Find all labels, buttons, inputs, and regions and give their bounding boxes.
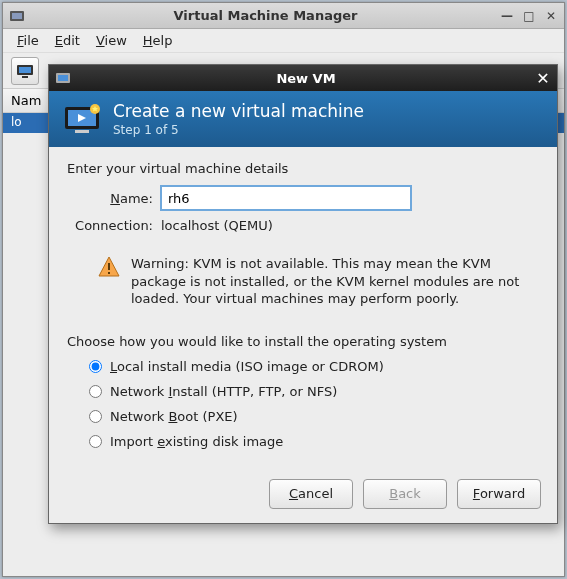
radio-network-boot[interactable]: Network Boot (PXE) <box>89 409 539 424</box>
radio-network-install[interactable]: Network Install (HTTP, FTP, or NFS) <box>89 384 539 399</box>
dialog-app-icon <box>55 70 71 86</box>
svg-rect-3 <box>19 67 31 73</box>
dialog-header: Create a new virtual machine Step 1 of 5 <box>49 91 557 147</box>
warning-box: Warning: KVM is not available. This may … <box>97 255 539 308</box>
connection-label: Connection: <box>67 218 161 233</box>
radio-network-label: Network Install (HTTP, FTP, or NFS) <box>110 384 337 399</box>
new-vm-dialog: New VM ✕ Create a new virtual machine St… <box>48 64 558 524</box>
connection-value: localhost (QEMU) <box>161 218 273 233</box>
radio-import-disk[interactable]: Import existing disk image <box>89 434 539 449</box>
vm-create-icon <box>63 103 101 135</box>
radio-local-media[interactable]: Local install media (ISO image or CDROM) <box>89 359 539 374</box>
radio-network-input[interactable] <box>89 385 102 398</box>
svg-rect-10 <box>75 130 89 133</box>
menubar: File Edit View Help <box>3 29 564 53</box>
name-input[interactable] <box>161 186 411 210</box>
menu-file[interactable]: File <box>11 31 45 50</box>
new-vm-button[interactable] <box>11 57 39 85</box>
radio-boot-label: Network Boot (PXE) <box>110 409 238 424</box>
app-icon <box>9 8 25 24</box>
back-button: Back <box>363 479 447 509</box>
warning-text: Warning: KVM is not available. This may … <box>131 255 539 308</box>
dialog-close-icon[interactable]: ✕ <box>535 70 551 86</box>
install-method-group: Local install media (ISO image or CDROM)… <box>67 359 539 449</box>
install-section-label: Choose how you would like to install the… <box>67 334 539 349</box>
warning-icon <box>97 255 121 279</box>
main-title: Virtual Machine Manager <box>31 8 500 23</box>
menu-edit[interactable]: Edit <box>49 31 86 50</box>
cancel-button[interactable]: Cancel <box>269 479 353 509</box>
svg-rect-14 <box>108 272 110 274</box>
radio-boot-input[interactable] <box>89 410 102 423</box>
monitor-icon <box>16 63 34 79</box>
svg-rect-13 <box>108 263 110 270</box>
close-icon[interactable]: ✕ <box>544 9 558 23</box>
name-label: Name: <box>67 191 161 206</box>
dialog-header-title: Create a new virtual machine <box>113 101 364 121</box>
details-section-label: Enter your virtual machine details <box>67 161 539 176</box>
radio-import-label: Import existing disk image <box>110 434 283 449</box>
radio-local-input[interactable] <box>89 360 102 373</box>
dialog-title: New VM <box>77 71 535 86</box>
svg-rect-6 <box>58 75 68 81</box>
maximize-icon[interactable]: □ <box>522 9 536 23</box>
radio-local-label: Local install media (ISO image or CDROM) <box>110 359 384 374</box>
menu-view[interactable]: View <box>90 31 133 50</box>
dialog-titlebar: New VM ✕ <box>49 65 557 91</box>
menu-help[interactable]: Help <box>137 31 179 50</box>
minimize-icon[interactable]: — <box>500 9 514 23</box>
dialog-button-bar: Cancel Back Forward <box>49 469 557 523</box>
main-titlebar: Virtual Machine Manager — □ ✕ <box>3 3 564 29</box>
radio-import-input[interactable] <box>89 435 102 448</box>
svg-rect-4 <box>22 76 28 78</box>
forward-button[interactable]: Forward <box>457 479 541 509</box>
svg-rect-1 <box>12 13 22 19</box>
dialog-step-label: Step 1 of 5 <box>113 123 364 137</box>
